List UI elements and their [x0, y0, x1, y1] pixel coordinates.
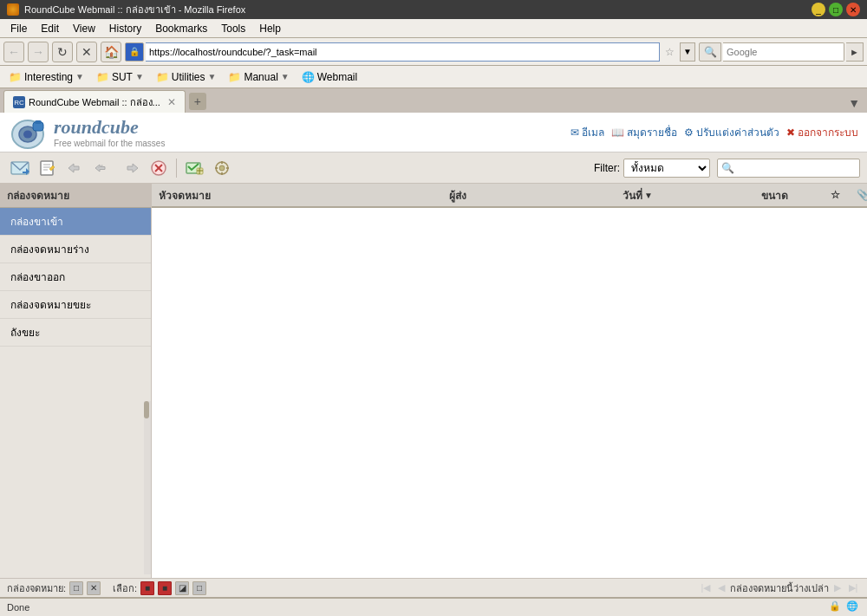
col-attach[interactable]: 📎 [850, 189, 867, 201]
menu-edit[interactable]: Edit [34, 21, 66, 36]
search-go-button[interactable]: ► [846, 42, 864, 62]
attach-col-icon: 📎 [857, 189, 867, 201]
network-icon: 🌐 [846, 600, 860, 614]
back-button[interactable]: ← [3, 42, 24, 62]
reload-button[interactable]: ↻ [52, 42, 73, 62]
bookmark-star[interactable]: ☆ [662, 46, 678, 58]
svg-rect-21 [221, 172, 223, 175]
col-date[interactable]: วันที่ ▼ [616, 187, 754, 204]
home-button[interactable]: 🏠 [101, 42, 121, 62]
select-icon-3[interactable]: ◪ [175, 581, 189, 595]
menu-help[interactable]: Help [252, 21, 288, 36]
first-page-button[interactable]: |◀ [699, 581, 713, 595]
sidebar-scrollbar[interactable] [144, 401, 151, 574]
scroll-handle[interactable] [144, 401, 149, 418]
folder-icon-2: 📁 [96, 71, 109, 83]
mailbox-icon-2[interactable]: ✕ [87, 581, 101, 595]
action-settings[interactable]: ⚙ ปรับแต่งค่าส่วนตัว [684, 124, 779, 140]
action-addressbook[interactable]: 📖 สมุดรายชื่อ [611, 124, 677, 140]
firefox-icon [7, 3, 19, 16]
sidebar-item-drafts[interactable]: กล่องจดหมายร่าง [0, 236, 151, 263]
tab-close-icon[interactable]: ✕ [167, 96, 176, 108]
search-box-icon: 🔍 [718, 162, 738, 174]
logo-svg [9, 115, 47, 150]
col-subject[interactable]: หัวจดหมาย [152, 187, 442, 204]
email-action-icon: ✉ [570, 126, 579, 139]
bookmark-utilities[interactable]: 📁 Utilities ▼ [151, 69, 222, 85]
delete-button[interactable] [146, 156, 172, 180]
new-tab-button[interactable]: + [189, 93, 206, 110]
firefox-statusbar: Done 🔒 🌐 [0, 597, 867, 616]
next-page-button[interactable]: ▶ [831, 581, 844, 595]
sidebar-item-inbox[interactable]: กล่องขาเข้า [0, 208, 151, 236]
forward-button[interactable] [118, 156, 144, 180]
url-favicon: 🔒 [125, 42, 144, 62]
menu-tools[interactable]: Tools [214, 21, 252, 36]
app-container: roundcube Free webmail for the masses ✉ … [0, 113, 867, 597]
globe-icon: 🌐 [302, 71, 315, 83]
spam-settings-button[interactable] [209, 156, 235, 180]
settings-action-icon: ⚙ [684, 126, 694, 139]
check-mail-btn2[interactable] [181, 156, 207, 180]
select-icon-2[interactable]: ■ [158, 581, 172, 595]
sidebar-item-trash[interactable]: ถังขยะ [0, 319, 151, 347]
filter-area: Filter: ทั้งหมด ยังไม่ได้อ่าน ติดดาว ตอบ… [594, 159, 710, 178]
reply-button[interactable] [62, 156, 88, 180]
col-sender[interactable]: ผู้ส่ง [442, 187, 616, 204]
compose-button[interactable] [35, 156, 61, 180]
stop-button[interactable]: ✕ [76, 42, 97, 62]
action-logout[interactable]: ✖ ออกจากระบบ [786, 124, 858, 140]
titlebar-controls[interactable]: _ □ ✕ [812, 3, 860, 16]
sidebar-item-sent[interactable]: กล่องขาออก [0, 263, 151, 291]
minimize-button[interactable]: _ [812, 3, 825, 16]
url-bar-wrapper: 🔒 ☆ ▼ [125, 42, 695, 62]
select-icon-4[interactable]: □ [192, 581, 206, 595]
select-icon-1[interactable]: ■ [140, 581, 154, 595]
col-star[interactable]: ☆ [824, 189, 850, 201]
last-page-button[interactable]: ▶| [846, 581, 860, 595]
nav-page-area: |◀ ◀ กล่องจดหมายนี้ว่างเปล่า ▶ ▶| [699, 580, 860, 596]
search-input[interactable] [723, 42, 844, 62]
forward-button[interactable]: → [28, 42, 49, 62]
sidebar: กล่องจดหมาย กล่องขาเข้า กล่องจดหมายร่าง … [0, 184, 152, 578]
titlebar-title: RoundCube Webmail :: กล่องขาเข้า - Mozil… [24, 2, 245, 17]
email-search-input[interactable] [738, 162, 859, 174]
bookmark-interesting[interactable]: 📁 Interesting ▼ [3, 69, 89, 85]
menu-history[interactable]: History [102, 21, 148, 36]
bookmark-manual[interactable]: 📁 Manual ▼ [223, 69, 294, 85]
email-search-box: 🔍 [717, 159, 860, 178]
tab-favicon: RC [13, 96, 25, 108]
svg-point-2 [23, 130, 32, 138]
search-engine-button[interactable]: 🔍 [699, 42, 721, 62]
sidebar-spacer [0, 347, 151, 574]
action-email[interactable]: ✉ อีเมล [570, 124, 604, 140]
filter-select[interactable]: ทั้งหมด ยังไม่ได้อ่าน ติดดาว ตอบกลับแล้ว [623, 159, 710, 178]
mailbox-icon-1[interactable]: □ [69, 581, 83, 595]
menubar: File Edit View History Bookmarks Tools H… [0, 19, 867, 38]
reply-all-button[interactable] [90, 156, 116, 180]
check-mail-button[interactable] [7, 156, 33, 180]
firefox-status-text: Done [7, 602, 29, 613]
titlebar-left: RoundCube Webmail :: กล่องขาเข้า - Mozil… [7, 2, 245, 17]
prev-page-button[interactable]: ◀ [714, 581, 728, 595]
tab-title: RoundCube Webmail :: กล่อง... [29, 94, 160, 110]
bookmark-sut[interactable]: 📁 SUT ▼ [91, 69, 149, 85]
bookmark-webmail[interactable]: 🌐 Webmail [297, 69, 362, 85]
maximize-button[interactable]: □ [829, 3, 843, 16]
security-icon: 🔒 [829, 600, 843, 614]
url-arrow[interactable]: ▼ [680, 42, 695, 62]
sidebar-header: กล่องจดหมาย [0, 184, 151, 208]
sidebar-scroll-area [0, 574, 151, 578]
url-input[interactable] [146, 42, 660, 62]
app-header: roundcube Free webmail for the masses ✉ … [0, 113, 867, 152]
menu-file[interactable]: File [3, 21, 34, 36]
active-tab[interactable]: RC RoundCube Webmail :: กล่อง... ✕ [3, 90, 186, 113]
star-col-icon: ☆ [831, 189, 840, 201]
filter-label: Filter: [594, 162, 620, 174]
sidebar-item-junk[interactable]: กล่องจดหมายขยะ [0, 291, 151, 319]
tab-list-button[interactable]: ▼ [844, 96, 864, 110]
menu-bookmarks[interactable]: Bookmarks [148, 21, 214, 36]
col-size[interactable]: ขนาด [754, 187, 824, 204]
close-button[interactable]: ✕ [846, 3, 860, 16]
menu-view[interactable]: View [66, 21, 102, 36]
